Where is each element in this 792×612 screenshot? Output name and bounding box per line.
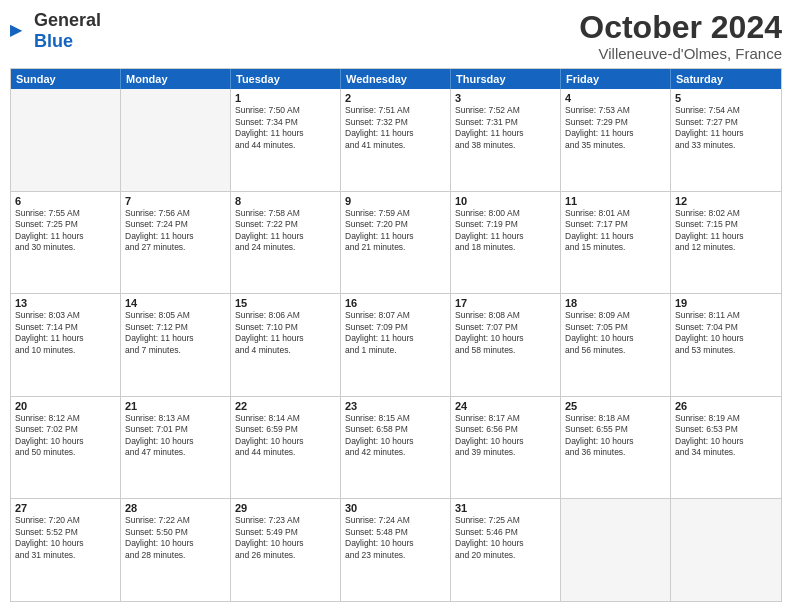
cell-line: Daylight: 11 hours	[675, 128, 777, 139]
cell-line: Sunset: 7:19 PM	[455, 219, 556, 230]
calendar-header: SundayMondayTuesdayWednesdayThursdayFrid…	[11, 69, 781, 89]
day-number: 28	[125, 502, 226, 514]
day-number: 16	[345, 297, 446, 309]
calendar-row-2: 6Sunrise: 7:55 AMSunset: 7:25 PMDaylight…	[11, 191, 781, 294]
cell-line: Sunset: 7:04 PM	[675, 322, 777, 333]
cell-line: Sunset: 7:29 PM	[565, 117, 666, 128]
cell-line: Daylight: 10 hours	[345, 538, 446, 549]
cell-line: Sunrise: 8:17 AM	[455, 413, 556, 424]
cell-line: Sunset: 7:09 PM	[345, 322, 446, 333]
cell-line: Sunrise: 8:03 AM	[15, 310, 116, 321]
cell-line: Sunset: 7:05 PM	[565, 322, 666, 333]
cell-line: Daylight: 11 hours	[565, 128, 666, 139]
calendar-cell: 18Sunrise: 8:09 AMSunset: 7:05 PMDayligh…	[561, 294, 671, 396]
day-number: 22	[235, 400, 336, 412]
cell-line: Sunset: 6:59 PM	[235, 424, 336, 435]
calendar-cell: 15Sunrise: 8:06 AMSunset: 7:10 PMDayligh…	[231, 294, 341, 396]
cell-line: and 41 minutes.	[345, 140, 446, 151]
cell-line: Daylight: 11 hours	[455, 231, 556, 242]
cell-line: Sunset: 5:49 PM	[235, 527, 336, 538]
cell-line: and 30 minutes.	[15, 242, 116, 253]
cell-line: and 53 minutes.	[675, 345, 777, 356]
cell-line: Sunrise: 8:11 AM	[675, 310, 777, 321]
cell-line: Daylight: 10 hours	[235, 436, 336, 447]
calendar-cell: 5Sunrise: 7:54 AMSunset: 7:27 PMDaylight…	[671, 89, 781, 191]
calendar-row-3: 13Sunrise: 8:03 AMSunset: 7:14 PMDayligh…	[11, 293, 781, 396]
cell-line: Sunrise: 8:00 AM	[455, 208, 556, 219]
cell-line: and 21 minutes.	[345, 242, 446, 253]
cell-line: Sunrise: 8:12 AM	[15, 413, 116, 424]
cell-line: Sunrise: 7:52 AM	[455, 105, 556, 116]
cell-line: and 1 minute.	[345, 345, 446, 356]
cell-line: Daylight: 11 hours	[125, 333, 226, 344]
calendar-cell: 27Sunrise: 7:20 AMSunset: 5:52 PMDayligh…	[11, 499, 121, 601]
cell-line: Daylight: 10 hours	[125, 538, 226, 549]
cell-line: Daylight: 10 hours	[675, 436, 777, 447]
day-number: 3	[455, 92, 556, 104]
calendar-cell: 8Sunrise: 7:58 AMSunset: 7:22 PMDaylight…	[231, 192, 341, 294]
calendar-cell: 1Sunrise: 7:50 AMSunset: 7:34 PMDaylight…	[231, 89, 341, 191]
day-number: 6	[15, 195, 116, 207]
cell-line: Sunrise: 7:59 AM	[345, 208, 446, 219]
day-number: 17	[455, 297, 556, 309]
cell-line: Sunrise: 7:53 AM	[565, 105, 666, 116]
calendar-cell: 24Sunrise: 8:17 AMSunset: 6:56 PMDayligh…	[451, 397, 561, 499]
logo: ▶ General Blue	[10, 10, 101, 52]
cell-line: Sunset: 6:58 PM	[345, 424, 446, 435]
cell-line: Sunrise: 8:19 AM	[675, 413, 777, 424]
calendar-cell: 10Sunrise: 8:00 AMSunset: 7:19 PMDayligh…	[451, 192, 561, 294]
cell-line: Sunrise: 8:13 AM	[125, 413, 226, 424]
day-number: 25	[565, 400, 666, 412]
calendar-cell: 7Sunrise: 7:56 AMSunset: 7:24 PMDaylight…	[121, 192, 231, 294]
day-number: 19	[675, 297, 777, 309]
cell-line: Sunset: 7:24 PM	[125, 219, 226, 230]
calendar-cell: 11Sunrise: 8:01 AMSunset: 7:17 PMDayligh…	[561, 192, 671, 294]
calendar-cell: 20Sunrise: 8:12 AMSunset: 7:02 PMDayligh…	[11, 397, 121, 499]
cell-line: Sunset: 5:46 PM	[455, 527, 556, 538]
weekday-header-monday: Monday	[121, 69, 231, 89]
cell-line: Sunrise: 8:18 AM	[565, 413, 666, 424]
cell-line: and 12 minutes.	[675, 242, 777, 253]
calendar-cell: 4Sunrise: 7:53 AMSunset: 7:29 PMDaylight…	[561, 89, 671, 191]
calendar-cell: 9Sunrise: 7:59 AMSunset: 7:20 PMDaylight…	[341, 192, 451, 294]
cell-line: Sunrise: 7:20 AM	[15, 515, 116, 526]
cell-line: Sunset: 7:17 PM	[565, 219, 666, 230]
day-number: 5	[675, 92, 777, 104]
calendar-cell: 2Sunrise: 7:51 AMSunset: 7:32 PMDaylight…	[341, 89, 451, 191]
cell-line: Daylight: 11 hours	[15, 231, 116, 242]
cell-line: and 24 minutes.	[235, 242, 336, 253]
cell-line: and 39 minutes.	[455, 447, 556, 458]
day-number: 31	[455, 502, 556, 514]
calendar-row-5: 27Sunrise: 7:20 AMSunset: 5:52 PMDayligh…	[11, 498, 781, 601]
cell-line: Daylight: 11 hours	[15, 333, 116, 344]
weekday-header-tuesday: Tuesday	[231, 69, 341, 89]
cell-line: Daylight: 10 hours	[345, 436, 446, 447]
calendar-cell: 29Sunrise: 7:23 AMSunset: 5:49 PMDayligh…	[231, 499, 341, 601]
logo-text-general: General	[34, 10, 101, 30]
cell-line: Sunset: 7:34 PM	[235, 117, 336, 128]
cell-line: Sunrise: 8:15 AM	[345, 413, 446, 424]
cell-line: Sunrise: 8:02 AM	[675, 208, 777, 219]
day-number: 24	[455, 400, 556, 412]
cell-line: and 20 minutes.	[455, 550, 556, 561]
cell-line: Daylight: 11 hours	[675, 231, 777, 242]
calendar-cell	[561, 499, 671, 601]
day-number: 30	[345, 502, 446, 514]
cell-line: Sunrise: 8:07 AM	[345, 310, 446, 321]
cell-line: Daylight: 11 hours	[345, 231, 446, 242]
day-number: 9	[345, 195, 446, 207]
cell-line: Sunrise: 7:50 AM	[235, 105, 336, 116]
logo-icon: ▶	[10, 20, 32, 42]
weekday-header-friday: Friday	[561, 69, 671, 89]
calendar-row-4: 20Sunrise: 8:12 AMSunset: 7:02 PMDayligh…	[11, 396, 781, 499]
day-number: 20	[15, 400, 116, 412]
cell-line: Sunset: 6:53 PM	[675, 424, 777, 435]
day-number: 11	[565, 195, 666, 207]
cell-line: Sunrise: 8:14 AM	[235, 413, 336, 424]
cell-line: Sunrise: 8:08 AM	[455, 310, 556, 321]
cell-line: Sunset: 6:55 PM	[565, 424, 666, 435]
day-number: 29	[235, 502, 336, 514]
cell-line: Sunset: 7:32 PM	[345, 117, 446, 128]
cell-line: and 38 minutes.	[455, 140, 556, 151]
calendar-cell: 14Sunrise: 8:05 AMSunset: 7:12 PMDayligh…	[121, 294, 231, 396]
